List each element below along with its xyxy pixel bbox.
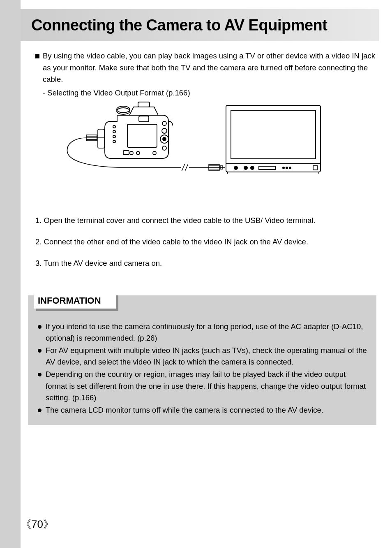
svg-point-33: [113, 135, 115, 138]
info-item-1: If you intend to use the camera continuo…: [36, 321, 368, 344]
information-box: INFORMATION If you intend to use the cam…: [28, 295, 376, 425]
info-heading: INFORMATION: [34, 293, 116, 309]
connection-diagram: [62, 99, 325, 181]
svg-point-3: [234, 166, 238, 170]
bullet-icon: [38, 409, 42, 412]
bullet-icon: [38, 349, 42, 353]
manual-page: Connecting the Camera to AV Equipment By…: [0, 0, 392, 548]
page-title-bar: Connecting the Camera to AV Equipment: [21, 9, 379, 41]
svg-point-27: [162, 128, 167, 133]
step-2: 2. Connect the other end of the video ca…: [35, 236, 376, 248]
info-text-3: Depending on the country or region, imag…: [46, 369, 368, 403]
info-item-3: Depending on the country or region, imag…: [36, 369, 368, 403]
page-number-text: 《70》: [21, 518, 54, 530]
svg-point-35: [130, 151, 133, 155]
bullet-icon: [38, 325, 42, 329]
svg-point-9: [289, 167, 291, 169]
info-list: If you intend to use the camera continuo…: [36, 321, 368, 416]
intro-block: By using the video cable, you can play b…: [35, 50, 376, 99]
intro-section: By using the video cable, you can play b…: [35, 50, 376, 99]
svg-point-29: [163, 137, 166, 141]
svg-rect-6: [259, 166, 275, 170]
svg-point-32: [113, 130, 115, 133]
intro-subline: - Selecting the Video Output Format (p.1…: [43, 87, 376, 99]
steps-section: 1. Open the terminal cover and connect t…: [35, 215, 376, 279]
info-item-2: For AV equipment with multiple video IN …: [36, 345, 368, 368]
info-item-4: The camera LCD monitor turns off while t…: [36, 404, 368, 416]
info-text-4: The camera LCD monitor turns off while t…: [46, 404, 368, 416]
svg-point-34: [113, 140, 115, 143]
left-margin-strip: [0, 0, 21, 548]
svg-point-36: [136, 151, 140, 155]
intro-text: By using the video cable, you can play b…: [43, 50, 376, 86]
page-title: Connecting the Camera to AV Equipment: [31, 16, 327, 34]
svg-rect-25: [139, 116, 149, 122]
svg-point-5: [251, 166, 254, 170]
svg-point-38: [153, 151, 156, 155]
intro-row: By using the video cable, you can play b…: [35, 50, 376, 86]
page-number: 《70》: [21, 517, 54, 532]
svg-rect-24: [127, 124, 157, 147]
svg-rect-39: [98, 129, 104, 148]
svg-rect-1: [231, 110, 316, 159]
svg-rect-21: [138, 102, 150, 107]
svg-rect-10: [313, 166, 317, 170]
svg-point-4: [244, 166, 247, 170]
svg-point-31: [113, 125, 115, 128]
svg-point-23: [117, 106, 130, 113]
info-text-2: For AV equipment with multiple video IN …: [46, 345, 368, 368]
square-bullet-icon: [35, 54, 39, 58]
svg-point-30: [162, 146, 166, 150]
svg-point-7: [283, 167, 284, 169]
svg-point-8: [286, 167, 288, 169]
svg-point-22: [117, 108, 130, 114]
info-heading-row: INFORMATION: [34, 293, 368, 312]
step-1: 1. Open the terminal cover and connect t…: [35, 215, 376, 226]
info-heading-text: INFORMATION: [38, 295, 101, 306]
svg-rect-37: [123, 151, 129, 155]
svg-rect-0: [226, 105, 321, 172]
info-text-1: If you intend to use the camera continuo…: [46, 321, 368, 344]
step-3: 3. Turn the AV device and camera on.: [35, 258, 376, 269]
bullet-icon: [38, 373, 42, 376]
camera-tv-diagram-icon: [62, 99, 325, 181]
svg-point-26: [162, 121, 166, 125]
